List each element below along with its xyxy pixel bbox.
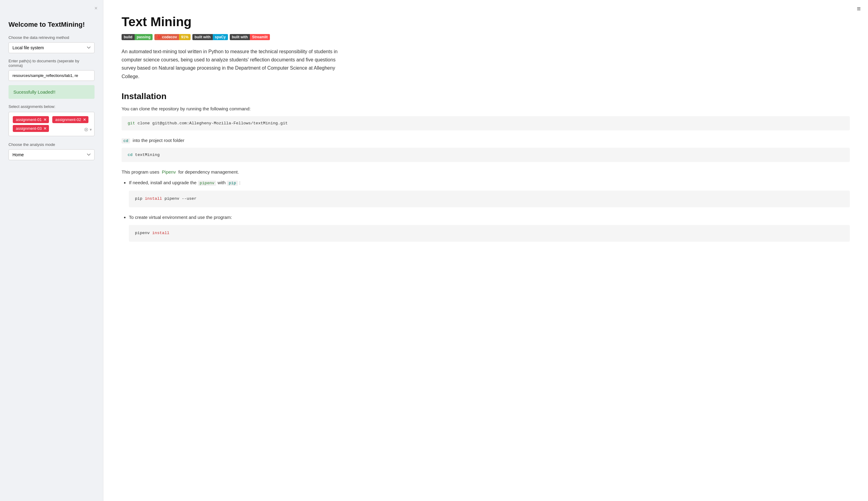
bullet-1-text-mid: with — [218, 180, 227, 185]
pip-args: pipenv --user — [164, 196, 196, 201]
data-method-select[interactable]: Local file system Remote URL — [9, 42, 95, 53]
build-badge: build passing — [122, 34, 153, 40]
cd-code-block: cd textMining — [122, 148, 850, 162]
assignment-tag-2-close[interactable]: ✕ — [83, 118, 86, 122]
bullet-list: If needed, install and upgrade the pipen… — [129, 179, 850, 241]
bullet-1-text-before: If needed, install and upgrade the — [129, 180, 198, 185]
pipenv-prose: This program uses Pipenv for dependency … — [122, 168, 850, 176]
spacy-badge: built with spaCy — [192, 34, 228, 40]
close-button[interactable]: × — [94, 6, 98, 11]
pipenv-link[interactable]: Pipenv — [162, 169, 176, 174]
pipenv-install-code-block: pipenv install — [129, 225, 850, 242]
build-badge-label: build — [122, 34, 135, 40]
page-title: Text Mining — [122, 14, 850, 29]
clone-rest: clone git@github.com:Allegheny-Mozilla-F… — [137, 121, 287, 126]
bullet-item-1: If needed, install and upgrade the pipen… — [129, 179, 850, 207]
analysis-mode-label: Choose the analysis mode — [9, 142, 95, 147]
sidebar: × Welcome to TextMining! Choose the data… — [0, 0, 103, 501]
cd-command: cd — [128, 153, 132, 157]
install-intro-text: You can clone the repository by running … — [122, 106, 850, 111]
expand-assignments-icon[interactable]: ▾ — [90, 127, 92, 132]
path-input[interactable] — [9, 70, 95, 81]
pip-inline-code: pip — [227, 181, 238, 186]
assignments-label: Select assignments below: — [9, 104, 95, 109]
pip-word: pip — [135, 196, 142, 201]
assignment-tag-1-close[interactable]: ✕ — [43, 118, 46, 122]
assignment-tag-2[interactable]: assignment-02 ✕ — [52, 116, 88, 123]
badges-row: build passing ❤️ codecov 91% built with … — [122, 34, 850, 40]
assignment-tag-3-label: assignment-03 — [16, 126, 42, 131]
codecov-badge: ❤️ codecov 91% — [154, 34, 191, 40]
pipenv-text-after: for dependency management. — [178, 169, 239, 174]
codecov-badge-value: 91% — [179, 34, 191, 40]
bullet-2-text: To create virtual environment and use th… — [129, 215, 232, 220]
pipenv-word: pipenv — [135, 231, 150, 235]
clear-assignments-icon[interactable]: ⊗ — [84, 126, 88, 133]
pipenv-text-before: This program uses — [122, 169, 159, 174]
clone-code-block: git clone git@github.com:Allegheny-Mozil… — [122, 116, 850, 130]
spacy-badge-label: built with — [192, 34, 213, 40]
bullet-1-text-after: : — [239, 180, 240, 185]
cd-inline-code: cd — [122, 138, 130, 143]
pipenv-inline-code: pipenv — [198, 181, 216, 186]
assignment-tag-2-label: assignment-02 — [55, 117, 81, 122]
bullet-item-2: To create virtual environment and use th… — [129, 213, 850, 241]
path-label: Enter path(s) to documents (seperate by … — [9, 59, 95, 68]
assignment-tag-3[interactable]: assignment-03 ✕ — [13, 125, 49, 132]
sidebar-title: Welcome to TextMining! — [9, 21, 95, 29]
assignment-tag-3-close[interactable]: ✕ — [43, 127, 46, 131]
spacy-badge-value: spaCy — [213, 34, 228, 40]
build-badge-status: passing — [135, 34, 153, 40]
description-text: An automated text-mining tool written in… — [122, 47, 340, 81]
hamburger-button[interactable]: ≡ — [857, 6, 861, 12]
assignment-tag-1[interactable]: assignment-01 ✕ — [13, 116, 49, 123]
cd-dir: textMining — [135, 153, 160, 157]
pip-install-word: install — [145, 196, 162, 201]
streamlit-badge-value: Streamlit — [250, 34, 270, 40]
analysis-mode-select[interactable]: Home Sentiment NER Summary — [9, 149, 95, 160]
installation-heading: Installation — [122, 92, 850, 101]
data-method-label: Choose the data retrieving method — [9, 35, 95, 40]
pipenv-install-word: install — [152, 231, 170, 235]
main-content: ≡ Text Mining build passing ❤️ codecov 9… — [103, 0, 868, 501]
success-banner: Sucessfully Loaded!! — [9, 85, 95, 99]
cd-description: into the project root folder — [133, 138, 184, 143]
clone-git-word: git — [128, 121, 135, 126]
codecov-badge-label: ❤️ codecov — [154, 34, 179, 40]
streamlit-badge: built with Streamlit — [230, 34, 270, 40]
streamlit-badge-label: built with — [230, 34, 250, 40]
pip-install-code-block: pip install pipenv --user — [129, 191, 850, 207]
cd-intro-text: cd into the project root folder — [122, 137, 850, 145]
assignment-tag-1-label: assignment-01 — [16, 117, 42, 122]
assignments-box: assignment-01 ✕ assignment-02 ✕ assignme… — [9, 112, 95, 136]
